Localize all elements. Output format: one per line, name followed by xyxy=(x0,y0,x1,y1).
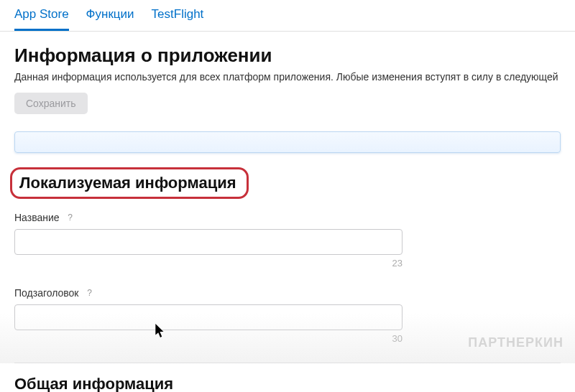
section-localizable-title: Локализуемая информация xyxy=(10,167,249,199)
name-input[interactable] xyxy=(14,229,402,255)
page-description: Данная информация используется для всех … xyxy=(14,71,561,83)
tab-functions[interactable]: Функции xyxy=(86,7,134,31)
section-general-title: Общая информация xyxy=(14,375,561,392)
name-label: Название xyxy=(14,212,60,223)
save-button[interactable]: Сохранить xyxy=(14,93,88,114)
tab-testflight[interactable]: TestFlight xyxy=(152,7,204,31)
help-icon[interactable]: ? xyxy=(85,288,95,298)
subtitle-input[interactable] xyxy=(14,304,402,330)
subtitle-label: Подзаголовок xyxy=(14,287,79,299)
subtitle-counter: 30 xyxy=(14,333,402,344)
main-content: Информация о приложении Данная информаци… xyxy=(0,32,575,392)
page-title: Информация о приложении xyxy=(14,45,561,67)
field-subtitle: Подзаголовок ? 30 xyxy=(14,287,561,344)
info-alert-bar xyxy=(14,131,561,153)
top-tabs: App Store Функции TestFlight xyxy=(0,0,575,32)
section-divider xyxy=(14,363,561,363)
tab-app-store[interactable]: App Store xyxy=(14,7,69,31)
name-counter: 23 xyxy=(14,258,402,269)
field-name: Название ? 23 xyxy=(14,212,561,269)
help-icon[interactable]: ? xyxy=(65,213,75,223)
